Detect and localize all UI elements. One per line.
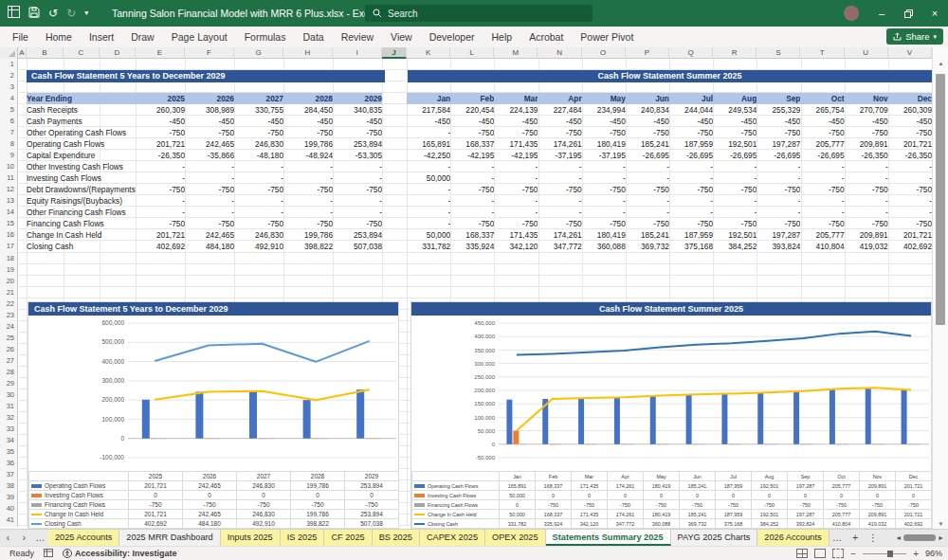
cell[interactable]: - [538, 172, 581, 184]
cell[interactable]: - [626, 161, 669, 172]
cell[interactable]: Equity Raisings/(Buybacks) [27, 195, 136, 207]
row-header-9[interactable]: 9 [0, 150, 17, 161]
tab-list-icon[interactable]: … [32, 530, 48, 546]
cell[interactable]: - [450, 195, 494, 207]
cell[interactable]: - [626, 195, 669, 207]
avatar[interactable] [844, 6, 859, 21]
column-header-L[interactable]: L [450, 47, 494, 59]
cell[interactable]: 50,000 [407, 172, 450, 184]
cell[interactable]: -750 [494, 127, 538, 138]
row-header-20[interactable]: 20 [0, 276, 17, 287]
cell[interactable]: -750 [669, 218, 713, 229]
row-header-16[interactable]: 16 [0, 229, 17, 241]
cell[interactable]: - [582, 207, 626, 218]
cell[interactable]: - [582, 172, 626, 184]
zoom-in-icon[interactable]: + [913, 549, 919, 559]
cell[interactable]: -750 [185, 127, 234, 138]
cell[interactable]: - [800, 161, 844, 172]
cell[interactable]: - [333, 207, 382, 218]
cell[interactable]: -750 [333, 127, 382, 138]
column-header-E[interactable]: E [136, 47, 185, 59]
cell[interactable]: -750 [234, 218, 283, 229]
row-header-28[interactable]: 28 [0, 367, 17, 378]
cell[interactable]: 174,261 [538, 229, 581, 241]
cell[interactable]: - [333, 172, 382, 184]
cell[interactable]: -750 [669, 184, 713, 195]
cell[interactable]: 180,419 [582, 138, 626, 150]
hscroll-left-icon[interactable]: ◄ [895, 534, 902, 541]
row-header-31[interactable]: 31 [0, 401, 17, 412]
column-header-B[interactable]: B [27, 47, 64, 59]
column-header-K[interactable]: K [407, 47, 450, 59]
header-cell[interactable]: Year Ending [27, 93, 136, 104]
row-header-33[interactable]: 33 [0, 424, 17, 435]
cell[interactable]: -26,695 [757, 150, 800, 161]
cell[interactable]: 201,721 [136, 138, 185, 150]
cell[interactable]: -450 [136, 116, 185, 127]
sheet-tab-is-2025[interactable]: IS 2025 [281, 530, 325, 546]
row-header-8[interactable]: 8 [0, 138, 17, 150]
cell[interactable]: - [713, 172, 757, 184]
cell[interactable]: -750 [800, 184, 844, 195]
cell[interactable]: -37,195 [538, 150, 581, 161]
qat-customize-icon[interactable]: ▾ [84, 0, 88, 27]
cell[interactable]: - [713, 195, 757, 207]
cell[interactable]: 340,835 [333, 104, 382, 116]
zoom-slider-thumb[interactable] [887, 551, 893, 557]
header-cell[interactable]: Jun [626, 93, 669, 104]
cell[interactable]: -750 [283, 184, 333, 195]
cell[interactable]: -26,350 [888, 150, 932, 161]
cell[interactable]: - [185, 195, 234, 207]
cell[interactable]: -750 [538, 184, 581, 195]
cell[interactable]: -750 [283, 218, 333, 229]
cell[interactable]: - [538, 161, 581, 172]
cell[interactable]: 242,465 [185, 229, 234, 241]
horizontal-scroll-thumb[interactable] [903, 534, 936, 541]
column-header-J[interactable]: J [382, 47, 407, 59]
cell[interactable]: 375,168 [669, 241, 713, 252]
cell[interactable]: 205,777 [800, 138, 844, 150]
cell[interactable]: 398,822 [283, 241, 333, 252]
cell[interactable]: 410,804 [800, 241, 844, 252]
header-cell[interactable]: 2027 [234, 93, 283, 104]
cell[interactable]: 187,959 [669, 138, 713, 150]
cell[interactable]: 507,038 [333, 241, 382, 252]
cell[interactable]: - [626, 172, 669, 184]
cell[interactable]: Capital Expenditure [27, 150, 136, 161]
cell[interactable]: -35,866 [185, 150, 234, 161]
vertical-scroll-thumb[interactable] [936, 74, 945, 325]
cell[interactable]: - [407, 195, 450, 207]
accessibility-icon[interactable]: Accessibility: Investigate [63, 549, 177, 558]
row-header-35[interactable]: 35 [0, 446, 17, 458]
cell[interactable]: 165,891 [407, 138, 450, 150]
cell[interactable]: 209,891 [845, 229, 888, 241]
sheet-tab-bs-2025[interactable]: BS 2025 [373, 530, 420, 546]
cell[interactable]: -450 [333, 116, 382, 127]
row-header-18[interactable]: 18 [0, 253, 17, 264]
header-cell[interactable]: Jul [669, 93, 713, 104]
cell[interactable]: - [450, 172, 494, 184]
cell[interactable]: -450 [626, 116, 669, 127]
cell[interactable]: 270,709 [845, 104, 888, 116]
cell[interactable]: 192,501 [713, 229, 757, 241]
cell[interactable]: 168,337 [450, 138, 494, 150]
cell[interactable]: -450 [185, 116, 234, 127]
cell[interactable]: -450 [713, 116, 757, 127]
cell[interactable]: Financing Cash Flows [27, 218, 136, 229]
close-button[interactable]: × [921, 0, 948, 27]
cell[interactable]: -53,305 [333, 150, 382, 161]
cell[interactable]: 347,772 [538, 241, 581, 252]
column-header-M[interactable]: M [494, 47, 538, 59]
cell[interactable]: - [450, 161, 494, 172]
cell[interactable]: -450 [283, 116, 333, 127]
cell[interactable]: 384,252 [713, 241, 757, 252]
cell[interactable]: -750 [800, 218, 844, 229]
cell[interactable]: - [234, 195, 283, 207]
cell[interactable]: - [407, 218, 450, 229]
search-box[interactable]: Search [365, 5, 592, 22]
zoom-slider[interactable] [863, 553, 906, 554]
cell[interactable]: -26,695 [713, 150, 757, 161]
cell[interactable]: - [494, 161, 538, 172]
cell[interactable]: -750 [713, 184, 757, 195]
row-header-30[interactable]: 30 [0, 389, 17, 401]
